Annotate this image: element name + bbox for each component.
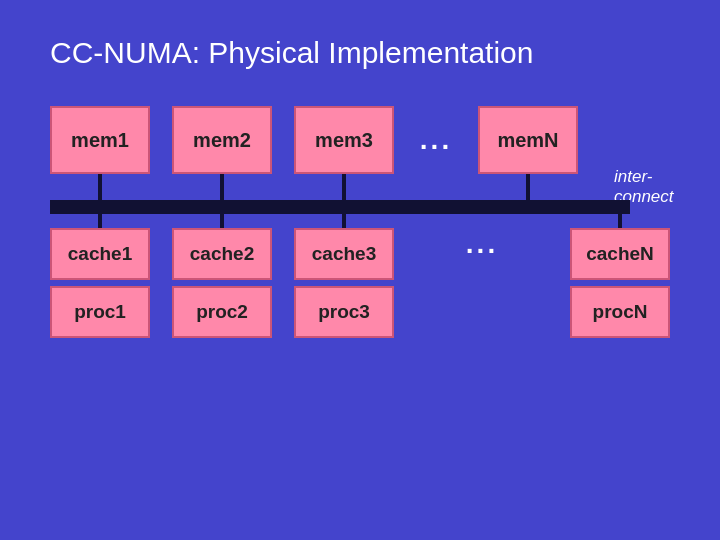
cache-proc-col-1: cache1 proc1	[50, 214, 150, 338]
interconnect-label-area: inter- connect	[614, 106, 674, 200]
mem-box-3: mem3	[294, 106, 394, 174]
cache-proc-col-n: cacheN procN	[570, 214, 670, 338]
proc-box-3: proc3	[294, 286, 394, 338]
connector-3	[342, 174, 346, 200]
slide: CC-NUMA: Physical Implementation mem1 me…	[0, 0, 720, 540]
interconnect-bar	[50, 200, 630, 214]
cache-box-1: cache1	[50, 228, 150, 280]
conn-top-1	[98, 214, 102, 228]
ellipsis: ...	[420, 124, 452, 156]
proc-box-1: proc1	[50, 286, 150, 338]
diagram: mem1 mem2 mem3 ...	[50, 106, 670, 338]
conn-top-3	[342, 214, 346, 228]
connector-n	[526, 174, 530, 200]
node-col-1: mem1	[50, 106, 150, 200]
node-col-3: mem3	[294, 106, 394, 200]
cache-box-2: cache2	[172, 228, 272, 280]
conn-top-2	[220, 214, 224, 228]
ellipsis-col: ...	[416, 106, 456, 200]
cache-box-3: cache3	[294, 228, 394, 280]
cache-box-n: cacheN	[570, 228, 670, 280]
mem-box-1: mem1	[50, 106, 150, 174]
cache-proc-col-3: cache3 proc3	[294, 214, 394, 338]
ellipsis-2: ...	[466, 228, 498, 260]
mem-box-n: memN	[478, 106, 578, 174]
node-col-2: mem2	[172, 106, 272, 200]
proc-box-2: proc2	[172, 286, 272, 338]
conn-top-n	[618, 214, 622, 228]
connector-1	[98, 174, 102, 200]
slide-title: CC-NUMA: Physical Implementation	[50, 36, 670, 70]
interconnect-bar-container	[50, 200, 630, 214]
connector-2	[220, 174, 224, 200]
ellipsis-col-2: ...	[416, 214, 548, 260]
cache-proc-col-2: cache2 proc2	[172, 214, 272, 338]
node-col-n: memN	[478, 106, 578, 200]
cache-proc-area: cache1 proc1 cache2 proc2	[50, 214, 670, 338]
proc-box-n: procN	[570, 286, 670, 338]
mem-box-2: mem2	[172, 106, 272, 174]
